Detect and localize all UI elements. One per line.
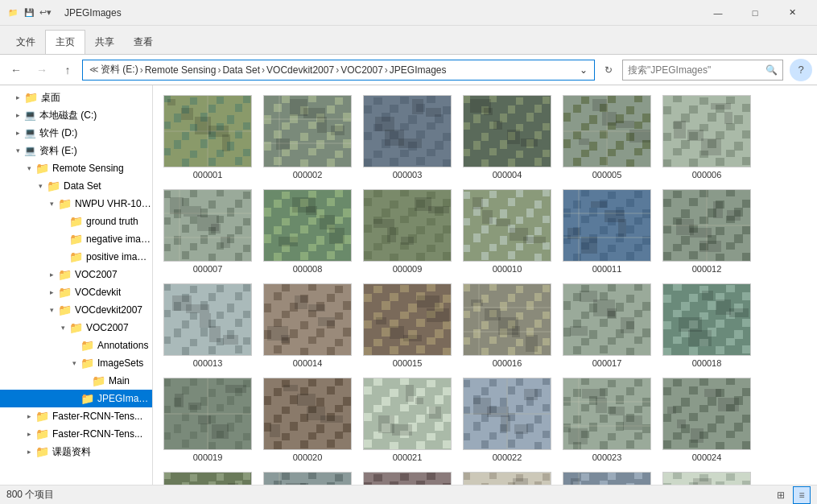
list-view-button[interactable]: ≡ <box>793 486 811 504</box>
sidebar-item-annotations[interactable]: 📁Annotations <box>0 337 152 354</box>
file-item[interactable]: 000027 <box>359 469 456 485</box>
file-item[interactable]: 000026 <box>259 469 356 485</box>
maximize-button[interactable]: □ <box>737 0 774 26</box>
ribbon-tab-share[interactable]: 共享 <box>85 31 124 54</box>
sidebar-item-dataset[interactable]: 📁Data Set <box>0 177 152 195</box>
window-controls[interactable]: — □ ✕ <box>699 0 811 26</box>
sidebar-item-local-c[interactable]: 💻本地磁盘 (C:) <box>0 106 152 124</box>
sidebar-label-soft-d: 软件 (D:) <box>39 126 77 140</box>
sidebar-item-jpegimages[interactable]: 📁JPEGImages <box>0 390 152 407</box>
file-item[interactable]: 000003 <box>359 92 456 183</box>
expand-icon-main[interactable] <box>79 374 92 387</box>
file-item[interactable]: 000025 <box>159 469 256 485</box>
file-item[interactable]: 000016 <box>459 280 555 371</box>
expand-icon-negative-image[interactable] <box>56 233 69 246</box>
file-item[interactable]: 000005 <box>559 92 655 183</box>
file-item[interactable]: 000002 <box>259 92 356 183</box>
expand-icon-local-c[interactable] <box>11 109 24 122</box>
file-item[interactable]: 000012 <box>658 186 755 277</box>
file-item[interactable]: 000004 <box>459 92 555 183</box>
expand-icon-faster-rcnn1[interactable] <box>23 410 35 423</box>
file-item[interactable]: 000019 <box>159 374 256 465</box>
sidebar-item-imagesets[interactable]: 📁ImageSets <box>0 354 152 372</box>
file-item[interactable]: 000021 <box>359 374 456 465</box>
expand-icon-remote-sensing[interactable] <box>23 162 35 175</box>
path-part-6[interactable]: JPEGImages <box>390 64 447 76</box>
expand-icon-annotations[interactable] <box>68 339 80 352</box>
minimize-button[interactable]: — <box>699 0 737 26</box>
path-part-5[interactable]: VOC2007 <box>340 64 383 76</box>
close-button[interactable]: ✕ <box>774 0 811 26</box>
expand-icon-course-data[interactable] <box>23 445 35 458</box>
file-item[interactable]: 000028 <box>459 469 555 485</box>
expand-icon-vocdevkit[interactable] <box>45 286 58 299</box>
path-part-2[interactable]: Remote Sensing <box>145 64 217 76</box>
file-item[interactable]: 000018 <box>658 280 755 371</box>
ribbon-tab-home[interactable]: 主页 <box>45 30 85 54</box>
expand-icon-imagesets[interactable] <box>68 357 80 370</box>
path-part-3[interactable]: Data Set <box>222 64 260 76</box>
expand-icon-nwpu[interactable] <box>45 197 58 210</box>
file-item[interactable]: 000023 <box>559 374 655 465</box>
path-part-4[interactable]: VOCdevkit2007 <box>266 64 334 76</box>
sidebar-item-negative-image[interactable]: 📁negative image... <box>0 230 152 248</box>
file-item[interactable]: 000020 <box>259 374 356 465</box>
sidebar-item-faster-rcnn2[interactable]: 📁Faster-RCNN-Tens... <box>0 425 152 443</box>
expand-icon-ground-truth[interactable] <box>56 215 69 228</box>
expand-icon-voc2007[interactable] <box>45 268 58 281</box>
file-item[interactable]: 000006 <box>658 92 755 183</box>
sidebar-item-data-e[interactable]: 💻资料 (E:) <box>0 142 152 159</box>
folder-icon-faster-rcnn1: 📁 <box>35 410 49 423</box>
folder-icon-negative-image: 📁 <box>69 233 83 246</box>
ribbon-tab-view[interactable]: 查看 <box>124 31 163 54</box>
expand-icon-dataset[interactable] <box>34 180 47 192</box>
expand-icon-vocdevkit2007[interactable] <box>45 304 58 316</box>
sidebar-item-soft-d[interactable]: 💻软件 (D:) <box>0 124 152 142</box>
expand-icon-voc2007-2[interactable] <box>56 321 69 334</box>
file-item[interactable]: 000013 <box>159 280 256 371</box>
sidebar-item-remote-sensing[interactable]: 📁Remote Sensing <box>0 159 152 177</box>
file-item[interactable]: 000011 <box>559 186 655 277</box>
file-item[interactable]: 000014 <box>259 280 356 371</box>
file-item[interactable]: 000009 <box>359 186 456 277</box>
sidebar-item-voc2007[interactable]: 📁VOC2007 <box>0 266 152 283</box>
search-box[interactable]: 🔍 <box>622 60 783 81</box>
sidebar-item-positive-image[interactable]: 📁positive image s... <box>0 248 152 266</box>
expand-icon-positive-image[interactable] <box>56 250 69 263</box>
sidebar-item-vocdevkit[interactable]: 📁VOCdevkit <box>0 283 152 301</box>
file-item[interactable]: 000024 <box>658 374 755 465</box>
expand-icon-jpegimages[interactable] <box>68 392 80 405</box>
refresh-button[interactable]: ↻ <box>598 60 619 81</box>
file-item[interactable]: 000029 <box>559 469 655 485</box>
expand-icon-data-e[interactable] <box>11 144 24 157</box>
address-path[interactable]: ≪ 资料 (E:) › Remote Sensing › Data Set › … <box>82 60 595 81</box>
file-item[interactable]: 000010 <box>459 186 555 277</box>
file-item[interactable]: 000001 <box>159 92 256 183</box>
sidebar-item-desktop[interactable]: 📁桌面 <box>0 89 152 106</box>
expand-icon-soft-d[interactable] <box>11 126 24 139</box>
back-button[interactable]: ← <box>5 59 27 81</box>
file-item[interactable]: 000008 <box>259 186 356 277</box>
search-input[interactable] <box>628 64 762 76</box>
file-item[interactable]: 000007 <box>159 186 256 277</box>
expand-icon-desktop[interactable] <box>11 91 24 104</box>
sidebar-item-voc2007-2[interactable]: 📁VOC2007 <box>0 319 152 337</box>
sidebar-item-ground-truth[interactable]: 📁ground truth <box>0 213 152 230</box>
folder-icon-imagesets: 📁 <box>80 357 94 370</box>
sidebar-item-main[interactable]: 📁Main <box>0 372 152 390</box>
sidebar-item-course-data[interactable]: 📁课题资料 <box>0 443 152 461</box>
path-part-1[interactable]: 资料 (E:) <box>101 63 138 76</box>
file-item[interactable]: 000022 <box>459 374 555 465</box>
sidebar-item-nwpu[interactable]: 📁NWPU VHR-10 da... <box>0 195 152 213</box>
file-item[interactable]: 000030 <box>658 469 755 485</box>
forward-button[interactable]: → <box>31 59 53 81</box>
up-button[interactable]: ↑ <box>56 59 79 81</box>
file-item[interactable]: 000017 <box>559 280 655 371</box>
help-button[interactable]: ? <box>790 59 812 81</box>
sidebar-item-vocdevkit2007[interactable]: 📁VOCdevkit2007 <box>0 301 152 319</box>
file-item[interactable]: 000015 <box>359 280 456 371</box>
ribbon-tab-file[interactable]: 文件 <box>6 31 45 54</box>
expand-icon-faster-rcnn2[interactable] <box>23 428 35 440</box>
grid-view-button[interactable]: ⊞ <box>772 486 790 504</box>
sidebar-item-faster-rcnn1[interactable]: 📁Faster-RCNN-Tens... <box>0 407 152 425</box>
